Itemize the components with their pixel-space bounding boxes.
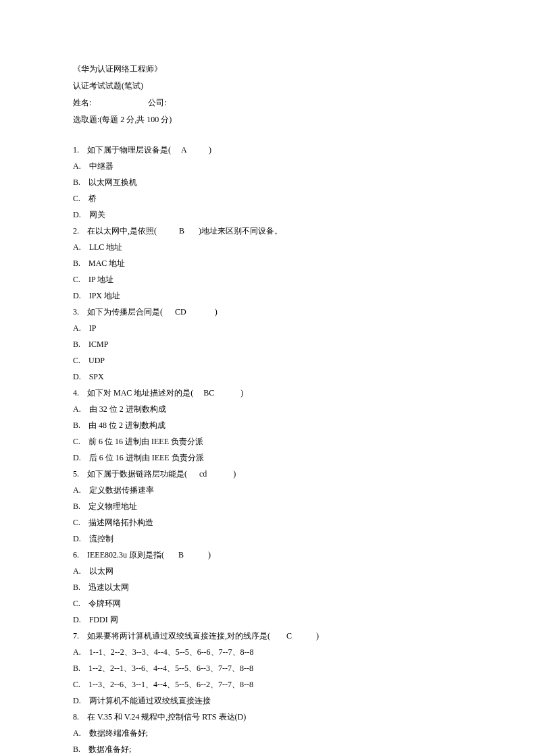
option-line: A. 中继器 [73,158,462,174]
doc-title: 《华为认证网络工程师》 [73,61,462,77]
question-line: 1. 如下属于物理层设备是( A ) [73,142,462,158]
question-line: 5. 如下属于数据链路层功能是( cd ) [73,466,462,482]
option-line: B. MAC 地址 [73,255,462,271]
question-line: 8. 在 V.35 和 V.24 规程中,控制信号 RTS 表达(D) [73,709,462,725]
option-line: A. 以太网 [73,563,462,579]
option-line: A. 数据终端准备好; [73,725,462,741]
option-line: D. IPX 地址 [73,288,462,304]
option-line: D. 流控制 [73,531,462,547]
option-line: B. 数据准备好; [73,741,462,756]
option-line: D. 网关 [73,207,462,223]
question-line: 4. 如下对 MAC 地址描述对的是( BC ) [73,385,462,401]
option-line: C. 桥 [73,190,462,207]
option-line: C. UDP [73,352,462,369]
name-company-line: 姓名: 公司: [73,94,462,111]
instructions: 选取题:(每题 2 分,共 100 分) [73,111,462,128]
question-line: 7. 如果要将两计算机通过双绞线直接连接,对的线序是( C ) [73,628,462,644]
option-line: C. 描述网络拓扑构造 [73,514,462,531]
option-line: B. 1--2、2--1、3--6、4--4、5--5、6--3、7--7、8-… [73,660,462,676]
option-line: B. 以太网互换机 [73,174,462,190]
option-line: D. FDDI 网 [73,612,462,628]
doc-subtitle: 认证考试试题(笔试) [73,78,462,94]
option-line: A. 由 32 位 2 进制数构成 [73,401,462,417]
option-line: C. 1--3、2--6、3--1、4--4、5--5、6--2、7--7、8-… [73,676,462,693]
question-line: 3. 如下为传播层合同是( CD ) [73,304,462,320]
option-line: D. 后 6 位 16 进制由 IEEE 负责分派 [73,450,462,466]
option-line: D. SPX [73,369,462,385]
option-line: A. 1--1、2--2、3--3、4--4、5--5、6--6、7--7、8-… [73,644,462,660]
question-line: 6. IEEE802.3u 原则是指( B ) [73,547,462,563]
questions-container: 1. 如下属于物理层设备是( A )A. 中继器B. 以太网互换机C. 桥D. … [73,142,462,756]
question-line: 2. 在以太网中,是依照( B )地址来区别不同设备。 [73,223,462,239]
option-line: B. 迅速以太网 [73,579,462,595]
option-line: C. 令牌环网 [73,595,462,612]
option-line: A. 定义数据传播速率 [73,482,462,498]
option-line: B. 定义物理地址 [73,498,462,514]
option-line: C. IP 地址 [73,271,462,288]
option-line: B. ICMP [73,336,462,352]
option-line: A. LLC 地址 [73,239,462,255]
option-line: A. IP [73,320,462,336]
document-content: 《华为认证网络工程师》 认证考试试题(笔试) 姓名: 公司: 选取题:(每题 2… [73,61,462,756]
option-line: C. 前 6 位 16 进制由 IEEE 负责分派 [73,433,462,450]
option-line: D. 两计算机不能通过双绞线直接连接 [73,693,462,709]
option-line: B. 由 48 位 2 进制数构成 [73,417,462,433]
